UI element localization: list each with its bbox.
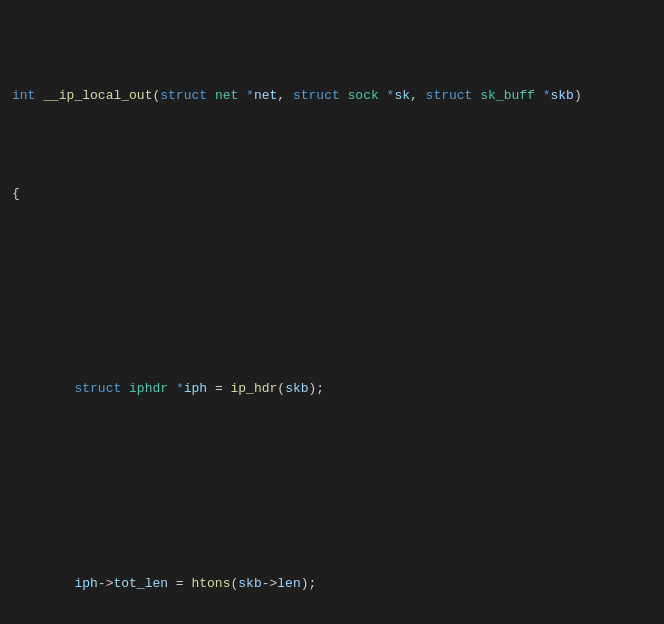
code-line-6: iph->tot_len = htons(skb->len);: [0, 574, 664, 594]
code-line-5: [0, 476, 664, 496]
code-viewer: int __ip_local_out(struct net *net, stru…: [0, 0, 664, 624]
code-line-1: int __ip_local_out(struct net *net, stru…: [0, 86, 664, 106]
code-line-3: [0, 281, 664, 301]
code-line-4: struct iphdr *iph = ip_hdr(skb);: [0, 379, 664, 399]
code-line-2: {: [0, 184, 664, 204]
